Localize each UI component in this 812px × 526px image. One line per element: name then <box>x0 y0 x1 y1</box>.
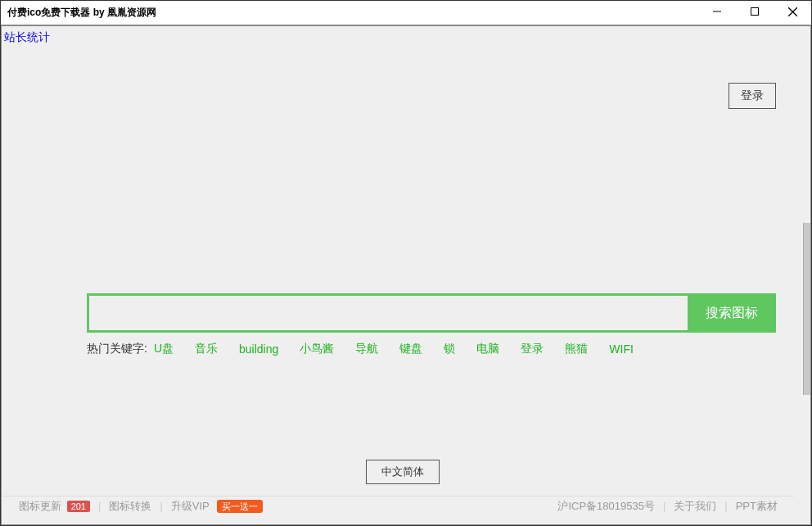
hot-label: 热门关键字: <box>87 342 147 356</box>
content-inner: 站长统计 登录 搜索图标 热门关键字: U盘 音乐 building 小鸟酱 导… <box>2 27 802 524</box>
hot-keyword[interactable]: U盘 <box>154 342 174 356</box>
hot-keyword[interactable]: WIFI <box>609 342 634 356</box>
search-input[interactable] <box>89 296 688 330</box>
scrollbar-thumb[interactable] <box>803 223 810 395</box>
footer-upgrade-vip[interactable]: 升级VIP 买一送一 <box>171 499 263 514</box>
hot-keyword[interactable]: 锁 <box>444 342 455 356</box>
upgrade-vip-label: 升级VIP <box>171 500 210 512</box>
app-window: 付费ico免费下载器 by 凰胤资源网 站长统计 登录 搜索图标 <box>0 0 812 526</box>
hot-keyword[interactable]: 导航 <box>355 342 378 356</box>
footer-icon-update[interactable]: 图标更新 201 <box>19 499 90 514</box>
hot-keyword[interactable]: 电脑 <box>476 342 499 356</box>
icon-update-badge: 201 <box>67 501 90 512</box>
search-area: 搜索图标 <box>87 293 776 333</box>
separator: | <box>724 500 727 512</box>
stats-link[interactable]: 站长统计 <box>4 30 50 45</box>
footer-ppt[interactable]: PPT素材 <box>736 499 778 514</box>
footer: 图标更新 201 | 图标转换 | 升级VIP 买一送一 沪ICP备180195… <box>2 496 794 515</box>
separator: | <box>160 500 162 512</box>
footer-icp[interactable]: 沪ICP备18019535号 <box>557 499 655 514</box>
close-button[interactable] <box>774 1 811 22</box>
hot-keyword[interactable]: 键盘 <box>399 342 422 356</box>
maximize-button[interactable] <box>736 1 774 22</box>
promo-badge: 买一送一 <box>217 500 263 513</box>
hot-keyword[interactable]: 登录 <box>521 342 544 356</box>
footer-left: 图标更新 201 | 图标转换 | 升级VIP 买一送一 <box>19 499 263 514</box>
hot-keyword[interactable]: 熊猫 <box>565 342 588 356</box>
search-input-wrap <box>87 293 688 333</box>
footer-icon-convert[interactable]: 图标转换 <box>109 499 151 514</box>
vertical-scrollbar[interactable] <box>802 26 810 524</box>
window-controls <box>698 1 811 22</box>
login-button[interactable]: 登录 <box>729 83 776 109</box>
hot-keyword[interactable]: 小鸟酱 <box>300 342 334 356</box>
content-area: 站长统计 登录 搜索图标 热门关键字: U盘 音乐 building 小鸟酱 导… <box>1 25 811 525</box>
separator: | <box>98 500 101 512</box>
language-button[interactable]: 中文简体 <box>366 460 440 484</box>
hot-keywords: 热门关键字: U盘 音乐 building 小鸟酱 导航 键盘 锁 电脑 登录 … <box>87 342 776 356</box>
separator: | <box>663 500 665 512</box>
icon-update-label: 图标更新 <box>19 500 61 512</box>
hot-keyword[interactable]: building <box>239 342 278 356</box>
footer-right: 沪ICP备18019535号 | 关于我们 | PPT素材 <box>557 499 778 514</box>
search-button[interactable]: 搜索图标 <box>688 293 776 333</box>
titlebar: 付费ico免费下载器 by 凰胤资源网 <box>1 1 811 25</box>
svg-rect-1 <box>751 8 759 16</box>
footer-about[interactable]: 关于我们 <box>674 499 716 514</box>
minimize-button[interactable] <box>698 1 736 22</box>
hot-keyword[interactable]: 音乐 <box>195 342 218 356</box>
window-title: 付费ico免费下载器 by 凰胤资源网 <box>7 6 156 20</box>
